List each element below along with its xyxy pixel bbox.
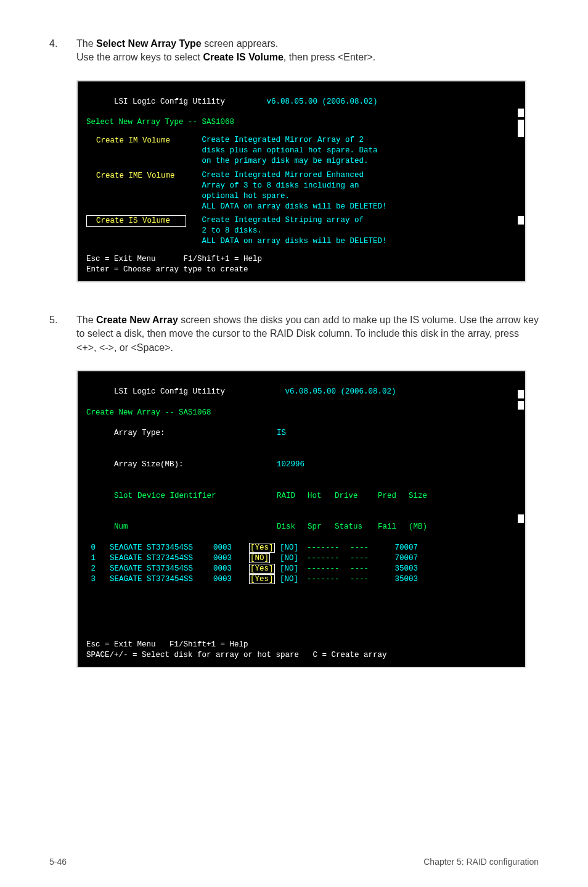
label: Create IME Volume [96, 171, 175, 180]
help-line: Esc = Exit Menu F1/Shift+1 = Help [86, 254, 517, 265]
t: Use the arrow keys to select [76, 52, 203, 62]
t: screen apprears. [202, 38, 279, 49]
bold: Create IS Volume [203, 52, 283, 62]
menu-item-create-ime[interactable]: Create IME Volume [86, 170, 186, 182]
util-title: LSI Logic Config Utility [114, 387, 225, 396]
raid-disk-cell[interactable]: [Yes] [249, 564, 275, 574]
util-version: v6.08.05.00 (2006.08.02) [285, 387, 396, 396]
t: The [76, 38, 96, 49]
util-version: v6.08.05.00 (2006.08.02) [267, 97, 378, 106]
raid-disk-cell[interactable]: [NO] [249, 553, 270, 563]
table-header: SlotDevice IdentifierRAIDHotDrivePredSiz… [86, 481, 517, 512]
step-number: 4. [49, 37, 76, 65]
t: , then press <Enter>. [284, 52, 375, 62]
bios-screen-create-array: LSI Logic Config Utility v6.08.05.00 (20… [76, 370, 526, 668]
menu-desc: Create Integrated Striping array of 2 to… [202, 215, 387, 247]
menu-desc: Create Integrated Mirror Array of 2 disk… [202, 135, 378, 167]
step-text: The Create New Array screen shows the di… [76, 313, 539, 355]
array-type-label: Array Type: [114, 428, 277, 439]
help-line: Esc = Exit Menu F1/Shift+1 = Help [86, 640, 517, 650]
label: Create IM Volume [96, 136, 170, 145]
array-size-label: Array Size(MB): [114, 460, 277, 470]
menu-item-create-is[interactable]: Create IS Volume [86, 215, 186, 227]
table-row[interactable]: 3SEAGATE ST373454SS0003[Yes][NO]--------… [86, 574, 517, 585]
table-row[interactable]: 0SEAGATE ST373454SS0003[Yes][NO]--------… [86, 543, 517, 553]
step-text: The Select New Array Type screen apprear… [76, 37, 539, 65]
bold: Create New Array [96, 315, 178, 325]
raid-disk-cell[interactable]: [Yes] [249, 543, 275, 553]
menu-desc: Create Integrated Mirrored Enhanced Arra… [202, 170, 387, 212]
screen-subtitle: Create New Array -- SAS1068 [86, 408, 517, 418]
raid-disk-cell[interactable]: [Yes] [249, 574, 275, 584]
scroll-indicator [518, 216, 524, 225]
scroll-indicator [518, 401, 524, 410]
array-size-value: 102996 [277, 460, 304, 469]
array-type-value: IS [277, 429, 286, 437]
t: The [76, 315, 96, 325]
bios-screen-array-type: LSI Logic Config Utility v6.08.05.00 (20… [76, 80, 526, 283]
label: Create IS Volume [96, 217, 170, 225]
screen-subtitle: Select New Array Type -- SAS1068 [86, 117, 517, 128]
bold: Select New Array Type [96, 38, 202, 49]
help-line: Enter = Choose array type to create [86, 265, 517, 275]
table-row[interactable]: 1SEAGATE ST373454SS0003[NO][NO]---------… [86, 553, 517, 564]
scroll-indicator [518, 109, 524, 117]
table-row[interactable]: 2SEAGATE ST373454SS0003[Yes][NO]--------… [86, 564, 517, 574]
step-number: 5. [49, 313, 76, 355]
util-title: LSI Logic Config Utility [114, 97, 225, 106]
table-header: NumDiskSprStatusFail(MB) [86, 511, 517, 543]
scroll-indicator [518, 514, 524, 523]
help-line: SPACE/+/- = Select disk for array or hot… [86, 650, 517, 661]
menu-item-create-im[interactable]: Create IM Volume [86, 135, 186, 147]
scroll-indicator [518, 390, 524, 398]
scroll-indicator [518, 120, 524, 137]
